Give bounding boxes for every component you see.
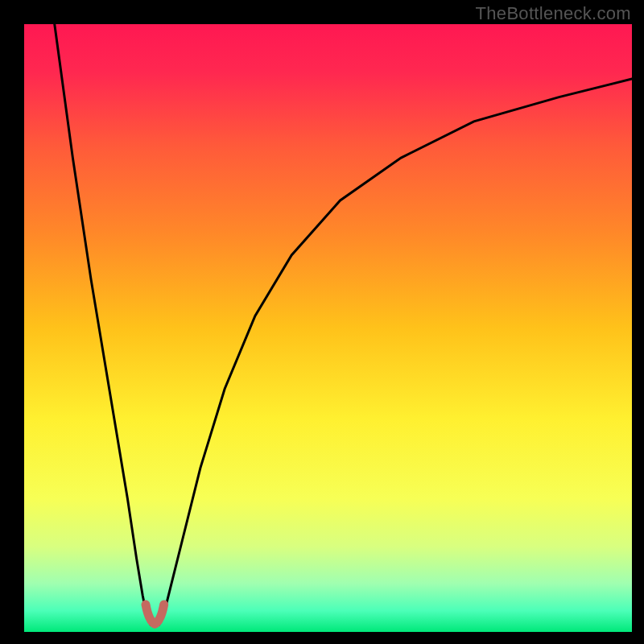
- curve-layer: [24, 24, 632, 632]
- watermark-text: TheBottleneck.com: [476, 3, 631, 24]
- curve-right-branch: [159, 79, 632, 625]
- valley-highlight-icon: [146, 605, 164, 624]
- chart-frame: TheBottleneck.com: [0, 0, 644, 644]
- curve-left-branch: [55, 24, 151, 625]
- plot-area: [24, 24, 632, 632]
